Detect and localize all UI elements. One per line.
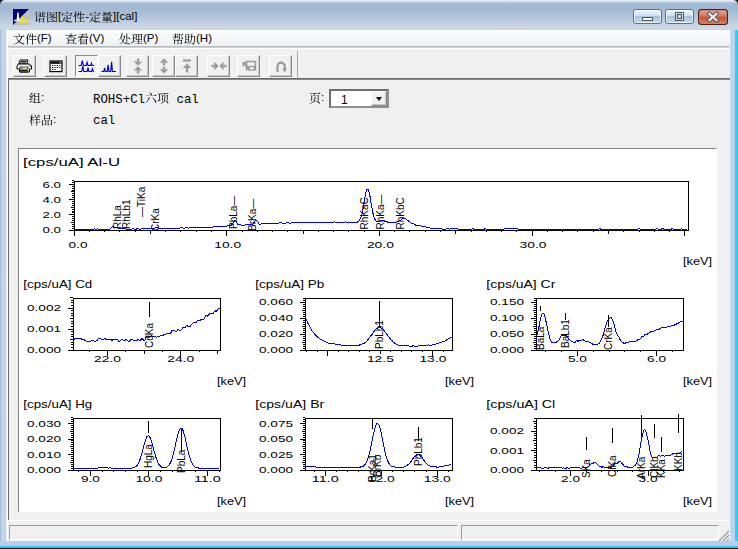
svg-text:[cps/uA] Cr: [cps/uA] Cr (486, 278, 555, 290)
svg-text:0.0: 0.0 (69, 239, 88, 250)
svg-text:2.0: 2.0 (43, 209, 62, 220)
svg-text:ArKa: ArKa (636, 456, 647, 479)
svg-text:CdKa: CdKa (144, 323, 155, 348)
svg-text:RhKa—: RhKa— (375, 194, 386, 229)
svg-text:0.050: 0.050 (259, 433, 293, 444)
svg-text:ClKa: ClKa (607, 455, 618, 477)
svg-text:0.150: 0.150 (490, 296, 524, 307)
svg-text:[keV]: [keV] (445, 375, 474, 387)
svg-text:[keV]: [keV] (445, 495, 474, 507)
svg-text:0.002: 0.002 (490, 425, 524, 436)
svg-text:24.0: 24.0 (167, 353, 194, 364)
svg-text:0.000: 0.000 (490, 344, 524, 355)
svg-text:RhLb1: RhLb1 (121, 199, 132, 229)
svg-text:BaLa: BaLa (535, 326, 546, 350)
svg-text:0.000: 0.000 (490, 464, 524, 475)
svg-text:[keV]: [keV] (217, 495, 246, 507)
svg-text:0.001: 0.001 (490, 445, 524, 456)
svg-text:6.0: 6.0 (647, 353, 666, 364)
svg-text:0.060: 0.060 (259, 296, 293, 307)
svg-text:0.000: 0.000 (27, 464, 61, 475)
svg-text:10.0: 10.0 (135, 473, 162, 484)
svg-text:0.010: 0.010 (27, 449, 61, 460)
svg-text:[cps/uA] Hg: [cps/uA] Hg (23, 398, 92, 410)
svg-text:9.0: 9.0 (81, 473, 100, 484)
svg-text:5.0: 5.0 (568, 353, 587, 364)
svg-text:[cps/uA] Br: [cps/uA] Br (255, 398, 324, 410)
svg-text:PbLa: PbLa (176, 449, 187, 473)
svg-text:0.0: 0.0 (43, 224, 62, 235)
svg-text:0.100: 0.100 (490, 312, 524, 323)
svg-text:RhKbC: RhKbC (395, 197, 406, 229)
svg-text:12.5: 12.5 (367, 353, 394, 364)
svg-text:2.0: 2.0 (561, 473, 580, 484)
svg-text:0.040: 0.040 (259, 312, 293, 323)
svg-text:0.000: 0.000 (259, 344, 293, 355)
svg-text:4.0: 4.0 (43, 194, 62, 205)
svg-text:0.050: 0.050 (490, 328, 524, 339)
svg-text:[keV]: [keV] (683, 375, 712, 387)
svg-text:10.0: 10.0 (214, 239, 241, 250)
svg-text:[cps/uA] Pb: [cps/uA] Pb (255, 278, 324, 290)
svg-text:0.002: 0.002 (27, 302, 61, 313)
svg-text:—TiKa: —TiKa (136, 186, 147, 217)
svg-text:HgLa: HgLa (143, 444, 154, 468)
svg-text:[cps/uA] Cl: [cps/uA] Cl (486, 398, 555, 410)
svg-text:0.020: 0.020 (27, 433, 61, 444)
svg-text:BrKb: BrKb (372, 454, 383, 477)
svg-text:0.001: 0.001 (27, 323, 61, 334)
svg-text:[keV]: [keV] (683, 495, 712, 507)
svg-text:PbLa—: PbLa— (228, 196, 239, 229)
svg-text:13.0: 13.0 (419, 353, 446, 364)
svg-text:[keV]: [keV] (683, 255, 712, 267)
svg-text:11.0: 11.0 (194, 473, 221, 484)
svg-text:KKb: KKb (673, 452, 684, 471)
svg-text:CrKa: CrKa (150, 208, 161, 231)
svg-text:CrKa: CrKa (603, 327, 614, 350)
svg-text:SKa: SKa (581, 459, 592, 478)
svg-text:[cps/uA] Cd: [cps/uA] Cd (23, 278, 92, 290)
svg-text:[keV]: [keV] (217, 375, 246, 387)
svg-text:PbLb1: PbLb1 (413, 437, 424, 466)
svg-text:13.0: 13.0 (424, 473, 451, 484)
svg-text:0.020: 0.020 (259, 328, 293, 339)
svg-text:[cps/uA] Al-U: [cps/uA] Al-U (23, 156, 120, 168)
svg-text:0.030: 0.030 (27, 418, 61, 429)
svg-text:22.0: 22.0 (94, 353, 121, 364)
svg-text:0.000: 0.000 (259, 464, 293, 475)
svg-text:BrKa—: BrKa— (247, 199, 258, 231)
svg-text:0.000: 0.000 (27, 344, 61, 355)
svg-text:30.0: 30.0 (520, 239, 547, 250)
svg-text:RhKaC: RhKaC (359, 197, 370, 229)
svg-text:20.0: 20.0 (367, 239, 394, 250)
svg-text:0.075: 0.075 (259, 418, 293, 429)
svg-text:KKa: KKa (656, 459, 667, 478)
svg-text:0.025: 0.025 (259, 449, 293, 460)
svg-text:6.0: 6.0 (43, 179, 62, 190)
svg-text:BaLb1: BaLb1 (560, 319, 571, 348)
svg-text:11.0: 11.0 (312, 473, 339, 484)
